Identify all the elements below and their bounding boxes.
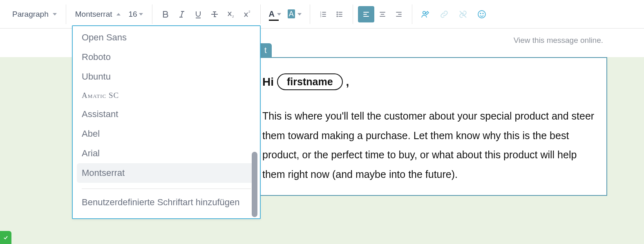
view-online-link[interactable]: View this message online. (514, 36, 603, 45)
svg-point-17 (337, 14, 338, 15)
paragraph-style-label: Paragraph (12, 10, 49, 19)
menu-divider (82, 189, 251, 189)
svg-point-16 (337, 12, 338, 13)
underline-button[interactable] (190, 6, 206, 22)
font-option-arial[interactable]: Arial (73, 144, 260, 163)
subscript-button[interactable]: 2 (223, 6, 239, 22)
link-button[interactable] (436, 6, 452, 22)
greeting-prefix: Hi (262, 75, 274, 89)
caret-down-icon (53, 13, 57, 16)
text-block-editor[interactable]: Hi firstname , This is where you'll tell… (252, 57, 607, 196)
selection-tab[interactable]: t (259, 43, 272, 58)
unlink-button[interactable] (455, 6, 471, 22)
font-option-amatic-sc[interactable]: Amatic SC (73, 87, 260, 104)
svg-text:2: 2 (248, 10, 250, 13)
text-color-button[interactable]: A (266, 6, 284, 22)
color-bar (269, 20, 279, 21)
font-family-menu: Open SansRobotoUbuntuAmatic SCAssistantA… (72, 25, 261, 219)
align-center-button[interactable] (374, 6, 391, 22)
italic-button[interactable] (174, 6, 190, 22)
svg-text:2: 2 (232, 15, 234, 18)
greeting-suffix: , (346, 75, 349, 89)
superscript-button[interactable]: 2 (239, 6, 255, 22)
font-family-dropdown[interactable]: Montserrat (71, 7, 125, 21)
font-option-assistant[interactable]: Assistant (73, 104, 260, 124)
svg-line-0 (181, 11, 183, 17)
unordered-list-button[interactable] (331, 6, 348, 22)
align-right-button[interactable] (391, 6, 407, 22)
font-size-dropdown[interactable]: 16 (125, 7, 147, 21)
svg-text:3: 3 (320, 15, 321, 17)
font-option-montserrat[interactable]: Montserrat (77, 163, 256, 183)
caret-down-icon (139, 13, 143, 16)
background-color-button[interactable]: A (284, 6, 305, 22)
scrollbar-thumb[interactable] (252, 152, 257, 217)
font-option-ubuntu[interactable]: Ubuntu (73, 67, 260, 87)
caret-down-icon (277, 13, 281, 16)
caret-down-icon (297, 13, 302, 16)
emoji-button[interactable] (474, 6, 490, 22)
font-size-label: 16 (129, 10, 137, 19)
paragraph-style-dropdown[interactable]: Paragraph (8, 7, 61, 21)
align-left-button[interactable] (358, 6, 374, 22)
svg-point-32 (483, 13, 483, 14)
add-custom-font[interactable]: Benutzerdefinierte Schriftart hinzufügen (73, 192, 260, 217)
personalization-button[interactable] (417, 6, 434, 22)
help-tab[interactable] (0, 231, 11, 244)
strikethrough-button[interactable] (206, 6, 223, 22)
svg-point-18 (337, 16, 338, 17)
caret-up-icon (116, 13, 121, 16)
ordered-list-button[interactable]: 123 (315, 6, 331, 22)
bold-button[interactable] (157, 6, 174, 22)
font-option-roboto[interactable]: Roboto (73, 47, 260, 67)
scrollbar-track[interactable] (252, 29, 257, 215)
svg-point-30 (478, 11, 485, 18)
toolbar: Paragraph Montserrat 16 2 (0, 0, 644, 29)
font-family-label: Montserrat (75, 10, 112, 19)
font-option-abel[interactable]: Abel (73, 124, 260, 144)
greeting-line: Hi firstname , (262, 73, 597, 90)
font-option-open-sans[interactable]: Open Sans (73, 28, 260, 47)
svg-point-31 (480, 13, 481, 14)
font-list: Open SansRobotoUbuntuAmatic SCAssistantA… (73, 28, 260, 183)
merge-tag-firstname[interactable]: firstname (277, 73, 343, 90)
body-paragraph[interactable]: This is where you'll tell the customer a… (262, 106, 597, 184)
